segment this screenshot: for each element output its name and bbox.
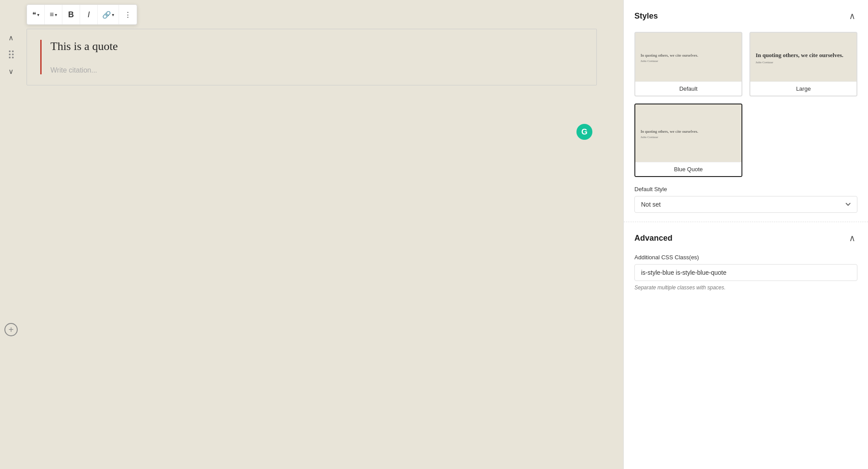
css-classes-input[interactable] xyxy=(634,264,857,281)
advanced-title: Advanced xyxy=(634,234,672,243)
default-style-select[interactable]: Not set Default Large Blue Quote xyxy=(634,196,857,213)
quote-block[interactable]: This is a quote Write citation... xyxy=(27,29,597,85)
italic-icon: I xyxy=(88,10,90,19)
link-icon: 🔗 xyxy=(102,11,111,19)
style-card-blue-label: Blue Quote xyxy=(635,162,741,176)
align-dropdown-icon: ▾ xyxy=(55,12,57,17)
styles-row-2: In quoting others, we cite ourselves. Ju… xyxy=(634,104,857,177)
move-up-button[interactable]: ∧ xyxy=(4,31,18,44)
move-down-button[interactable]: ∨ xyxy=(4,65,18,78)
style-card-large-preview: In quoting others, we cite ourselves. Ju… xyxy=(750,33,856,81)
grammarly-icon: G xyxy=(581,127,588,137)
styles-section: Styles ∧ In quoting others, we cite ours… xyxy=(624,0,868,222)
advanced-collapse-button[interactable]: ∧ xyxy=(847,231,857,245)
more-options-icon: ⋮ xyxy=(124,11,131,19)
styles-collapse-button[interactable]: ∧ xyxy=(847,9,857,23)
add-block-button[interactable]: + xyxy=(4,323,18,336)
align-button[interactable]: ≡ ▾ xyxy=(45,5,62,24)
collapse-icon: ∧ xyxy=(849,11,856,21)
link-dropdown-icon: ▾ xyxy=(112,12,114,17)
style-card-blue-preview: In quoting others, we cite ourselves. Ju… xyxy=(635,104,741,162)
style-card-blue-quote[interactable]: In quoting others, we cite ourselves. Ju… xyxy=(634,104,742,177)
advanced-collapse-icon: ∧ xyxy=(849,233,856,243)
preview-citation-large: Julio Cortázar xyxy=(756,61,851,64)
default-style-label: Default Style xyxy=(634,186,857,192)
preview-quote-large: In quoting others, we cite ourselves. xyxy=(756,52,851,59)
drag-handle-button[interactable] xyxy=(4,48,18,61)
editor-area: ❝ ▾ ≡ ▾ B I 🔗 ▾ ⋮ ∧ xyxy=(0,0,623,469)
block-toolbar: ❝ ▾ ≡ ▾ B I 🔗 ▾ ⋮ xyxy=(27,4,137,25)
advanced-section: Advanced ∧ Additional CSS Class(es) Sepa… xyxy=(624,222,868,300)
css-classes-label: Additional CSS Class(es) xyxy=(634,254,857,261)
preview-quote-blue: In quoting others, we cite ourselves. xyxy=(641,129,736,134)
link-button[interactable]: 🔗 ▾ xyxy=(98,5,119,24)
add-icon: + xyxy=(8,325,14,335)
quote-dropdown-icon: ▾ xyxy=(37,12,39,17)
block-controls: ∧ ∨ xyxy=(4,31,18,78)
bold-button[interactable]: B xyxy=(62,5,80,24)
style-card-default[interactable]: In quoting others, we cite ourselves. Ju… xyxy=(634,32,742,96)
chevron-down-icon: ∨ xyxy=(8,67,14,76)
style-card-default-preview: In quoting others, we cite ourselves. Ju… xyxy=(635,33,741,81)
style-card-large-label: Large xyxy=(750,81,856,96)
style-card-large[interactable]: In quoting others, we cite ourselves. Ju… xyxy=(749,32,857,96)
bold-icon: B xyxy=(68,10,74,19)
preview-citation-default: Julio Cortázar xyxy=(641,59,736,63)
styles-section-header: Styles ∧ xyxy=(634,9,857,23)
css-classes-hint: Separate multiple classes with spaces. xyxy=(634,284,857,291)
styles-title: Styles xyxy=(634,12,658,21)
more-options-button[interactable]: ⋮ xyxy=(119,5,137,24)
align-icon: ≡ xyxy=(50,11,54,19)
quote-button[interactable]: ❝ ▾ xyxy=(27,5,45,24)
quote-text[interactable]: This is a quote xyxy=(50,40,583,53)
grammarly-button[interactable]: G xyxy=(576,124,592,140)
advanced-header: Advanced ∧ xyxy=(634,231,857,245)
drag-handle-icon xyxy=(9,50,14,58)
style-card-default-label: Default xyxy=(635,81,741,96)
default-style-container: Default Style Not set Default Large Blue… xyxy=(634,186,857,213)
italic-button[interactable]: I xyxy=(80,5,98,24)
quote-icon: ❝ xyxy=(32,11,36,19)
preview-citation-blue: Julio Cortázar xyxy=(641,135,736,139)
css-classes-container: Additional CSS Class(es) Separate multip… xyxy=(634,254,857,291)
quote-citation[interactable]: Write citation... xyxy=(50,66,583,74)
quote-inner: This is a quote Write citation... xyxy=(40,40,583,74)
styles-row-1: In quoting others, we cite ourselves. Ju… xyxy=(634,32,857,96)
preview-quote-default: In quoting others, we cite ourselves. xyxy=(641,53,736,58)
chevron-up-icon: ∧ xyxy=(8,34,14,42)
sidebar: Styles ∧ In quoting others, we cite ours… xyxy=(623,0,868,469)
